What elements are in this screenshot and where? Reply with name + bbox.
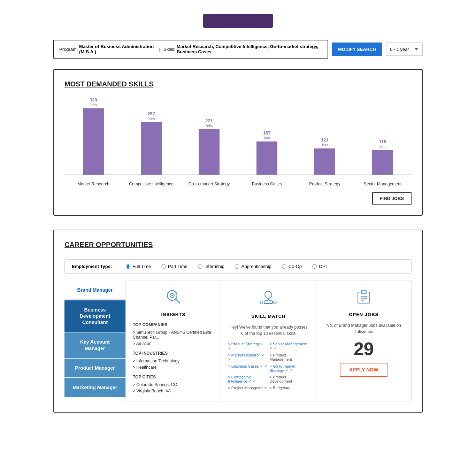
skill-item-0[interactable]: > Product Strategy ✓ [228,342,267,351]
career-opportunities-title: CAREER OPPORTUNITIES [64,241,412,249]
bar-label-1: Competitive Intelligence [122,182,180,187]
chart-bar-group-2: 221Jobs [180,118,238,175]
skill-match-icon [228,288,309,310]
open-jobs-icon [323,288,404,308]
part-time-option[interactable]: Part Time [161,264,187,269]
modify-search-button[interactable]: MODIFY SEARCH [332,43,382,56]
jobs-count: 29 [323,338,404,359]
top-companies-heading: TOP COMPANIES [133,322,214,327]
svg-point-4 [265,291,272,298]
program-value: Master of Business Administration (M.B.A… [79,44,155,54]
skill-item-4[interactable]: > Business Cases ✓ [228,364,267,373]
skill-item-1[interactable]: > Senior Management ✓ [269,342,309,351]
bar-jobs-label-1: Jobs [147,117,155,121]
bar-rect-5 [372,150,393,175]
top-cities-heading: TOP CITIES [133,375,214,379]
bar-rect-0 [83,108,104,175]
find-jobs-button[interactable]: FIND JOBS [372,192,412,205]
chart-bar-group-5: 115Jobs [354,139,412,175]
career-tabs: Brand Manager Business Development Consu… [64,281,125,401]
search-section: Program: Master of Business Administrati… [53,40,423,59]
tab-brand-manager[interactable]: Brand Manager [64,281,125,300]
svg-point-3 [171,295,173,296]
career-content: INSIGHTS TOP COMPANIES SimuTech Group - … [125,281,412,401]
top-industries-heading: TOP INDUSTRIES [133,351,214,356]
skill-match-column: SKILL MATCH Hey! We've found that you al… [221,281,316,401]
bar-rect-2 [199,129,220,175]
career-opportunities-card: CAREER OPPORTUNITIES Employment Type: Fu… [53,230,423,413]
svg-line-10 [268,300,272,301]
most-demanded-skills-card: MOST DEMANDED SKILLS 320Jobs257Jobs221Jo… [53,69,423,216]
insights-title: INSIGHTS [133,312,214,317]
skill-item-2[interactable]: > Market Research ✓ [228,353,267,362]
search-divider: | [159,47,160,52]
skills-value: Market Research, Competitive Intelligenc… [177,44,322,54]
bar-label-5: Senior Management [354,182,412,187]
skill-item-6[interactable]: > Competitive Intelligence ✓ [228,375,267,384]
open-jobs-column: OPEN JOBS No. of Brand Manager Jobs avai… [316,281,411,401]
svg-point-12 [274,301,276,304]
bar-label-2: Go-to-market Strategy [180,182,238,187]
bar-jobs-label-2: Jobs [205,124,213,128]
apply-now-button[interactable]: APPLY NOW [340,363,387,377]
skill-match-intro: Hey! We've found that you already posses… [228,324,309,337]
tab-marketing-manager[interactable]: Marketing Manager [64,378,125,397]
insights-icon [133,288,214,308]
open-jobs-description: No. of Brand Manager Jobs available on T… [323,322,404,335]
career-layout: Brand Manager Business Development Consu… [64,281,412,401]
bar-jobs-label-5: Jobs [379,145,386,149]
company-1: SimuTech Group - ANSYS Certified Elite C… [133,329,214,340]
coop-option[interactable]: Co-Op [282,264,302,269]
bar-label-0: Market Research [64,182,122,187]
tab-key-account-manager[interactable]: Key Account Manager [64,332,125,358]
city-1: Colorado Springs, CO [133,382,214,388]
company-2: Amazon [133,340,214,347]
skill-match-title: SKILL MATCH [228,314,309,319]
bar-value-1: 257 [147,111,155,116]
bar-value-2: 221 [205,118,213,123]
full-time-option[interactable]: Full Time [126,264,151,269]
skill-item-9[interactable]: > Budgetary [269,386,309,390]
open-jobs-title: OPEN JOBS [323,312,404,317]
experience-select[interactable]: 0 - 1 year 1 - 3 years 3 - 5 years 5+ ye… [386,43,423,56]
chart-bar-group-0: 320Jobs [64,97,122,175]
bar-label-4: Product Strategy [296,182,354,187]
opt-option[interactable]: OPT [312,264,328,269]
svg-point-11 [260,301,263,304]
skill-item-3[interactable]: > Product Management [269,353,309,362]
bar-label-3: Business Cases [238,182,296,187]
chart-bar-group-1: 257Jobs [122,111,180,175]
svg-line-2 [176,299,180,303]
header [53,7,423,40]
skills-chart: 320Jobs257Jobs221Jobs157Jobs121Jobs115Jo… [64,99,412,175]
city-2: Virginia Beach, VA [133,388,214,394]
insights-column: INSIGHTS TOP COMPANIES SimuTech Group - … [126,281,221,401]
industry-2: Healthcare [133,364,214,370]
skill-item-7[interactable]: > Product Development [269,375,309,384]
skill-item-5[interactable]: > Go-to-market Strategy ✓ [269,364,309,373]
search-bar: Program: Master of Business Administrati… [53,40,328,59]
chart-bar-group-3: 157Jobs [238,130,296,175]
logo [203,14,273,28]
bar-rect-3 [256,141,277,175]
internship-option[interactable]: Internship [198,264,224,269]
employment-type-label: Employment Type: [72,264,112,269]
bar-value-4: 121 [321,137,329,143]
bar-jobs-label-3: Jobs [263,136,270,140]
bar-rect-4 [314,148,335,175]
skill-item-8[interactable]: > Project Management [228,386,267,390]
bar-value-3: 157 [263,130,271,136]
bar-jobs-label-0: Jobs [90,103,97,107]
industry-1: Information Technology [133,358,214,364]
skills-label: Skills: [163,47,175,52]
bar-value-0: 320 [90,97,97,102]
program-label: Program: [59,47,78,52]
chart-bar-group-4: 121Jobs [296,137,354,175]
bar-rect-1 [141,122,162,175]
bar-value-5: 115 [379,139,386,144]
most-demanded-skills-title: MOST DEMANDED SKILLS [64,80,412,88]
tab-business-development[interactable]: Business Development Consultant [64,300,125,332]
apprenticeship-option[interactable]: Apprenticeship [235,264,271,269]
tab-product-manager[interactable]: Product Manager [64,359,125,377]
bar-jobs-label-4: Jobs [321,143,328,147]
